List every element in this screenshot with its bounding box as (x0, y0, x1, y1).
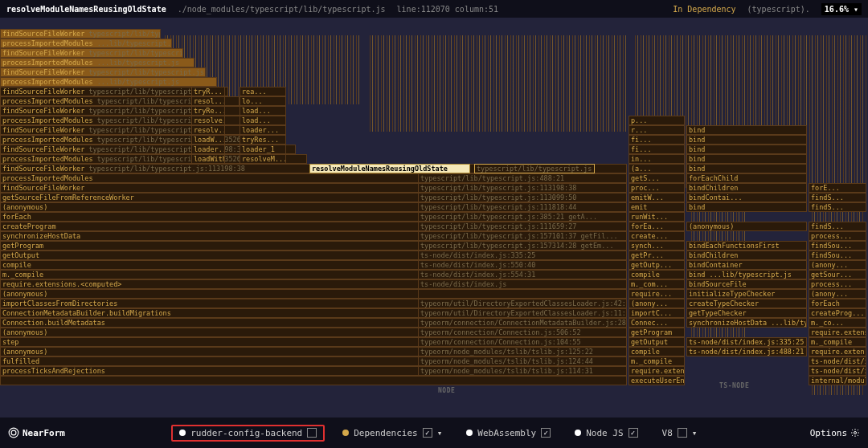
flame-frame[interactable]: typeorm/connection/ConnectionMetadataBui… (418, 318, 627, 328)
flame-frame[interactable]: Connec... (628, 318, 685, 328)
checkbox-icon[interactable]: ✓ (628, 428, 638, 438)
flame-frame[interactable]: forE... (809, 183, 866, 193)
flame-frame[interactable]: loadWithLo... (191, 154, 225, 164)
flame-frame[interactable]: fi... (628, 145, 685, 154)
flame-frame[interactable]: lo... (240, 96, 286, 106)
flame-frame[interactable]: forEa... (628, 222, 685, 231)
flame-frame[interactable]: (a... (628, 164, 685, 173)
flame-frame[interactable]: bind (686, 145, 807, 154)
flame-frame[interactable]: fi... (628, 135, 685, 145)
flame-frame[interactable]: m._co... (809, 318, 866, 328)
flame-frame[interactable]: createProg... (809, 308, 866, 318)
flame-frame[interactable]: resolveModuleNamesReusingOldState (309, 164, 470, 173)
flame-frame[interactable]: tryR... (191, 87, 225, 96)
flame-frame[interactable]: compile (628, 270, 685, 279)
flame-frame[interactable]: bind (686, 202, 807, 212)
flame-frame[interactable]: findS... (809, 193, 866, 202)
flame-frame[interactable]: findS... (809, 202, 866, 212)
flame-frame[interactable]: emit (628, 202, 685, 212)
flame-frame[interactable]: findSourceFileWorker typescript/lib/type… (0, 48, 183, 58)
app-chip[interactable]: rudder-config-backend (171, 425, 325, 442)
flame-frame[interactable]: r... (628, 125, 685, 135)
chevron-down-icon[interactable]: ▾ (692, 428, 698, 438)
flame-frame[interactable]: bindContai... (686, 193, 807, 202)
flame-frame[interactable]: rea... (240, 87, 286, 96)
flame-frame[interactable]: process... (809, 231, 866, 241)
flame-frame[interactable]: findSourceFileWorker typescript/lib/type… (0, 29, 161, 39)
flame-frame[interactable]: bind ...lib/typescript.js (686, 270, 807, 279)
flame-frame[interactable]: bind (686, 154, 807, 164)
flame-frame[interactable] (0, 376, 627, 385)
v8-chip[interactable]: V8 ▾ (656, 426, 704, 441)
flame-frame[interactable]: getS... (628, 173, 685, 183)
flame-frame[interactable]: m._compile (628, 356, 685, 366)
flame-frame[interactable]: resolveM... (240, 154, 286, 164)
flame-frame[interactable]: findSou... (809, 250, 866, 260)
flame-frame[interactable]: typescript/lib/typescript.js:111659:27 (418, 222, 627, 231)
flame-frame[interactable]: processImportedModules ...lib/typescript… (0, 39, 172, 48)
checkbox-icon[interactable] (307, 428, 317, 438)
flame-frame[interactable]: resolve... (191, 116, 225, 125)
flame-frame[interactable]: require.extensions... (809, 328, 866, 337)
flame-frame[interactable]: (anony... (628, 299, 685, 308)
flame-frame[interactable]: forEachChild (686, 173, 807, 183)
flame-frame[interactable]: getTypeChecker (686, 308, 807, 318)
flame-frame[interactable]: bind (686, 135, 807, 145)
flame-frame[interactable]: typeorm/node_modules/tslib/tslib.js:114:… (418, 366, 627, 376)
flame-frame[interactable]: loader... (240, 125, 286, 135)
options-button[interactable]: Options (810, 428, 860, 438)
flame-frame[interactable]: bindChildren (686, 183, 807, 193)
flame-frame[interactable]: in... (628, 154, 685, 164)
flame-frame[interactable]: resolv... (191, 125, 225, 135)
flame-frame[interactable]: ts-node/dist/index.js:488:21 (686, 347, 807, 356)
flame-frame[interactable]: ts-node/dist/index.js:335:25 (418, 250, 627, 260)
flame-frame[interactable]: processImportedModules ...lib/typescript… (0, 58, 194, 67)
flame-frame[interactable]: typeorm/node_modules/tslib/tslib.js:125:… (418, 347, 627, 356)
flame-frame[interactable]: (anony... (809, 260, 866, 270)
flame-frame[interactable]: typeorm/util/DirectoryExportedClassesLoa… (418, 299, 627, 308)
wasm-chip[interactable]: WebAssembly ✓ (460, 426, 557, 441)
flame-frame[interactable]: tryRe... (191, 106, 225, 116)
flame-frame[interactable]: loadW... (191, 135, 225, 145)
flame-frame[interactable]: typeorm/connection/Connection.js:104:55 (418, 337, 627, 347)
flame-frame[interactable]: typescript/lib/typescript.js:157101:37 g… (418, 231, 627, 241)
flame-frame[interactable]: typescript/lib/typescript.js:111818:44 (418, 202, 627, 212)
flame-frame[interactable]: getOutput (628, 337, 685, 347)
flame-frame[interactable]: internal/modules/run_main.js:69:31 (809, 376, 866, 385)
flame-frame[interactable]: process... (809, 279, 866, 289)
flame-frame[interactable]: bindContainer (686, 260, 807, 270)
flame-frame[interactable]: getOutp... (628, 260, 685, 270)
flame-frame[interactable]: ts-node/dist/index.js (418, 279, 627, 289)
flame-frame[interactable]: create... (628, 231, 685, 241)
flame-frame[interactable]: getSour... (809, 270, 866, 279)
flame-frame[interactable]: synchronizeHostData ...lib/typescript.js (686, 318, 807, 328)
flame-frame[interactable]: require.exten... (809, 347, 866, 356)
flame-frame[interactable]: p... (628, 116, 685, 125)
flamegraph[interactable]: TYPESCRIPT TS-NODE TYPEORM NODE TYPESCRI… (0, 18, 868, 417)
flame-frame[interactable]: load... (240, 116, 286, 125)
flame-frame[interactable]: getProgram (628, 328, 685, 337)
flame-frame[interactable]: typescript/lib/typescript.js:157314:28 g… (418, 241, 627, 250)
checkbox-icon[interactable] (678, 428, 687, 438)
flame-frame[interactable]: findSourceFileWorker typescript/lib/type… (0, 67, 206, 77)
flame-frame[interactable]: typeorm/util/DirectoryExportedClassesLoa… (418, 308, 627, 318)
flame-frame[interactable]: typescript/lib/typescript.js (474, 164, 595, 173)
flame-frame[interactable]: (anony... (809, 289, 866, 299)
flame-frame[interactable]: findSourceFileWorker typescript/lib/type… (0, 125, 273, 135)
flame-frame[interactable]: importC... (628, 308, 685, 318)
chevron-down-icon[interactable]: ▾ (437, 428, 443, 438)
flame-frame[interactable]: ts-node/dist/index.js:554:31 (809, 356, 866, 366)
flame-frame[interactable]: loader... (191, 145, 225, 154)
flame-frame[interactable]: ts-node/dist/index.js:554:31 (418, 270, 627, 279)
flame-frame[interactable]: ts-node/dist/index.js (809, 366, 866, 376)
flame-frame[interactable]: proc... (628, 183, 685, 193)
flame-frame[interactable]: initializeTypeChecker (686, 289, 807, 299)
flame-frame[interactable]: runWit... (628, 212, 685, 222)
flame-frame[interactable]: processImportedModules ...lib/typescript… (0, 77, 217, 87)
flame-frame[interactable]: typescript/lib/typescript.js:385:21 getA… (418, 212, 627, 222)
flame-frame[interactable]: ts-node/dist/index.js:550:40 (418, 260, 627, 270)
flame-frame[interactable]: require.extensions.<computed> (628, 366, 685, 376)
flame-frame[interactable]: bind (686, 125, 807, 135)
flame-frame[interactable]: resol... (191, 96, 225, 106)
flame-frame[interactable]: bindChildren (686, 250, 807, 260)
